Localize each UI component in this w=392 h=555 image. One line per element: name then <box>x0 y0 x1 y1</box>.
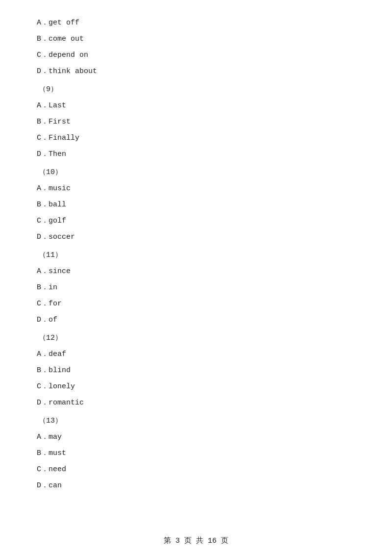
option-item: D．think about <box>37 63 355 79</box>
option-item: D．romantic <box>37 395 355 411</box>
option-item: C．golf <box>37 213 355 229</box>
option-item: C．need <box>37 461 355 478</box>
option-item: D．of <box>37 312 355 328</box>
option-item: A．get off <box>37 15 355 31</box>
option-item: A．since <box>37 263 355 279</box>
option-item: A．may <box>37 429 355 445</box>
main-content: A．get offB．come outC．depend onD．think ab… <box>0 0 392 523</box>
option-item: A．deaf <box>37 346 355 362</box>
question-number: （10） <box>37 164 355 180</box>
option-item: C．Finally <box>37 130 355 146</box>
option-item: B．come out <box>37 31 355 47</box>
question-number: （11） <box>37 247 355 263</box>
option-item: C．depend on <box>37 47 355 63</box>
option-item: B．blind <box>37 362 355 378</box>
option-item: D．can <box>37 478 355 494</box>
option-item: B．First <box>37 114 355 130</box>
option-item: A．music <box>37 180 355 197</box>
page-footer: 第 3 页 共 16 页 <box>0 536 392 545</box>
option-item: C．for <box>37 296 355 312</box>
question-number: （12） <box>37 330 355 346</box>
option-item: A．Last <box>37 98 355 114</box>
option-item: D．soccer <box>37 229 355 245</box>
question-number: （13） <box>37 413 355 429</box>
option-item: D．Then <box>37 146 355 162</box>
option-item: B．in <box>37 279 355 296</box>
option-item: C．lonely <box>37 378 355 395</box>
option-item: B．must <box>37 445 355 461</box>
option-item: B．ball <box>37 197 355 213</box>
question-number: （9） <box>37 81 355 98</box>
